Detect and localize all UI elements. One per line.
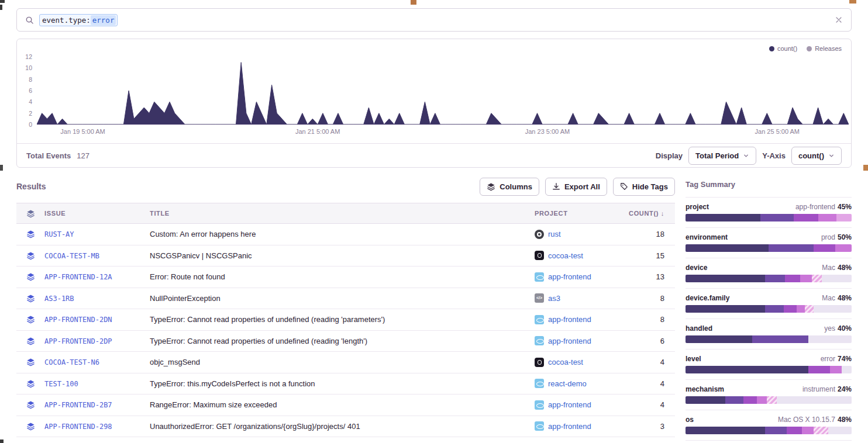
chart-baseline (37, 124, 849, 125)
tag-top-value: yes40% (824, 324, 852, 333)
issue-title: RangeError: Maximum size exceeded (150, 400, 535, 409)
issue-link[interactable]: APP-FRONTEND-2DN (44, 316, 112, 324)
results-table: ISSUE TITLE PROJECT COUNT() ↓ RUST-AY Cu… (16, 203, 675, 443)
y-axis-label: Y-Axis (762, 151, 786, 160)
clear-search-button[interactable] (835, 16, 843, 24)
search-bar[interactable]: event.type:error (16, 8, 852, 32)
legend-label-releases: Releases (815, 45, 842, 52)
stack-icon[interactable] (26, 294, 35, 303)
selection-handle (863, 165, 868, 171)
columns-button[interactable]: Columns (480, 178, 539, 196)
tag-top-value: Mac48% (822, 264, 852, 272)
event-count: 13 (622, 272, 675, 281)
column-header-project[interactable]: PROJECT (535, 210, 622, 217)
stack-icon[interactable] (26, 251, 35, 260)
issue-link[interactable]: APP-FRONTEND-2DP (44, 337, 112, 345)
platform-icon (535, 272, 544, 282)
event-count: 3 (622, 422, 675, 431)
selection-handle (0, 165, 3, 171)
project-link[interactable]: app-frontend (548, 337, 591, 345)
project-link[interactable]: app-frontend (548, 315, 591, 324)
project-link[interactable]: app-frontend (548, 400, 591, 409)
selection-handle (0, 0, 5, 3)
issue-link[interactable]: RUST-AY (44, 230, 74, 238)
results-title: Results (16, 182, 46, 191)
issue-link[interactable]: APP-FRONTEND-12A (44, 273, 112, 281)
hide-tags-button[interactable]: Hide Tags (613, 178, 675, 196)
table-row[interactable]: APP-FRONTEND-2B7 RangeError: Maximum siz… (16, 394, 675, 416)
issue-link[interactable]: COCOA-TEST-N6 (44, 358, 99, 366)
legend-dot-count (769, 46, 774, 51)
stack-icon[interactable] (26, 337, 35, 345)
tag-key: level (686, 355, 701, 363)
stack-icon[interactable] (26, 379, 35, 388)
tag-distribution-bar[interactable] (686, 214, 852, 222)
tag-top-value: Mac OS X 10.15.748% (778, 416, 852, 424)
stack-icon[interactable] (26, 315, 35, 324)
tag-key: device (686, 264, 707, 272)
project-link[interactable]: rust (548, 230, 561, 238)
display-select-value: Total Period (695, 151, 739, 160)
legend-item-releases[interactable]: Releases (807, 45, 842, 52)
stack-icon[interactable] (26, 422, 35, 431)
issue-title: Custom: An error happens here (150, 230, 535, 238)
sort-descending-icon: ↓ (661, 210, 664, 217)
table-row-partial[interactable] (16, 437, 675, 443)
tag-distribution-bar[interactable] (686, 366, 852, 373)
legend-label-count: count() (777, 45, 797, 52)
table-row[interactable]: APP-FRONTEND-2DN TypeError: Cannot read … (16, 309, 675, 331)
table-row[interactable]: APP-FRONTEND-298 UnauthorizedError: GET … (16, 416, 675, 438)
stack-icon[interactable] (26, 358, 35, 366)
issue-link[interactable]: COCOA-TEST-MB (44, 252, 99, 260)
issue-link[interactable]: AS3-1RB (44, 295, 74, 303)
tag-key: mechanism (686, 385, 724, 393)
results-header: Results Columns Export All Hide Tags (16, 176, 675, 196)
display-select[interactable]: Total Period (688, 147, 756, 165)
tag-distribution-bar[interactable] (686, 305, 852, 313)
issue-link[interactable]: TEST-100 (44, 380, 78, 388)
event-count: 18 (622, 230, 675, 238)
stack-icon[interactable] (26, 400, 35, 409)
tag-distribution-bar[interactable] (686, 396, 852, 404)
project-link[interactable]: react-demo (548, 379, 587, 388)
issue-link[interactable]: APP-FRONTEND-298 (44, 423, 112, 431)
platform-icon (535, 251, 544, 260)
y-axis-select[interactable]: count() (791, 147, 842, 165)
column-header-title[interactable]: TITLE (150, 210, 535, 217)
tag-distribution-bar[interactable] (686, 244, 852, 252)
chart-legend: count() Releases (769, 45, 842, 52)
table-row[interactable]: APP-FRONTEND-12A Error: Route not found … (16, 267, 675, 288)
search-icon (25, 16, 34, 25)
project-link[interactable]: app-frontend (548, 422, 591, 431)
selection-handle (849, 0, 856, 4)
tag-distribution-bar[interactable] (686, 335, 852, 343)
tag-distribution-bar[interactable] (686, 275, 852, 282)
tag-icon (620, 182, 628, 191)
tag-summary-item: projectapp-frontend45% (686, 197, 852, 222)
event-count: 4 (622, 400, 675, 409)
stack-icon[interactable] (26, 272, 35, 281)
events-area-chart[interactable] (37, 57, 849, 124)
project-link[interactable]: as3 (548, 294, 560, 303)
project-link[interactable]: cocoa-test (548, 358, 583, 366)
table-row[interactable]: RUST-AY Custom: An error happens here ru… (16, 224, 675, 245)
export-all-button[interactable]: Export All (545, 178, 607, 196)
table-row[interactable]: COCOA-TEST-N6 objc_msgSend cocoa-test 4 (16, 352, 675, 373)
project-link[interactable]: app-frontend (548, 272, 591, 281)
issue-link[interactable]: APP-FRONTEND-2B7 (44, 401, 112, 409)
column-header-issue[interactable]: ISSUE (44, 210, 150, 217)
table-row[interactable]: AS3-1RB NullPointerException as3 8 (16, 288, 675, 310)
legend-item-count[interactable]: count() (769, 45, 797, 52)
tag-key: environment (686, 233, 728, 241)
table-row[interactable]: COCOA-TEST-MB NSCGSPanicv | NSCGSPanic c… (16, 245, 675, 267)
tag-top-value: error74% (821, 355, 852, 363)
project-link[interactable]: cocoa-test (548, 251, 583, 260)
search-input[interactable]: event.type:error (39, 14, 118, 26)
table-row[interactable]: APP-FRONTEND-2DP TypeError: Cannot read … (16, 331, 675, 352)
column-header-count[interactable]: COUNT() ↓ (622, 210, 675, 217)
stack-icon[interactable] (26, 230, 35, 238)
platform-icon (535, 230, 544, 239)
table-row[interactable]: TEST-100 TypeError: this.myCodeIsPerfect… (16, 373, 675, 395)
tag-distribution-bar[interactable] (686, 427, 852, 434)
search-token[interactable]: event.type:error (39, 14, 118, 26)
